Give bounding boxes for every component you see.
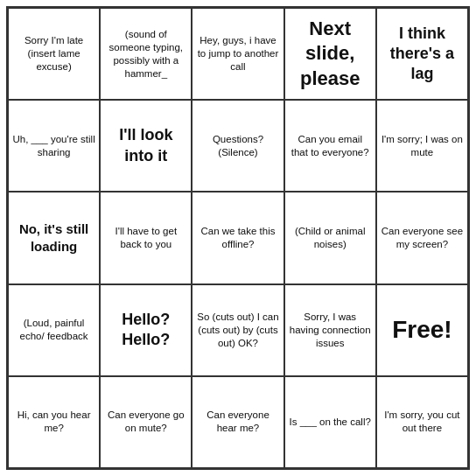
bingo-cell-13: (Child or animal noises) [284,192,376,284]
bingo-cell-17: So (cuts out) I can (cuts out) by (cuts … [192,284,284,376]
bingo-cell-6: I'll look into it [100,100,192,192]
bingo-cell-7: Questions? (Silence) [192,100,284,192]
bingo-cell-2: Hey, guys, i have to jump to another cal… [192,8,284,100]
bingo-cell-16: Hello? Hello? [100,284,192,376]
bingo-cell-8: Can you email that to everyone? [284,100,376,192]
bingo-cell-20: Hi, can you hear me? [8,376,100,468]
bingo-cell-0: Sorry I'm late (insert lame excuse) [8,8,100,100]
bingo-cell-21: Can everyone go on mute? [100,376,192,468]
bingo-cell-18: Sorry, I was having connection issues [284,284,376,376]
bingo-cell-1: (sound of someone typing, possibly with … [100,8,192,100]
bingo-cell-3: Next slide, please [284,8,376,100]
bingo-cell-22: Can everyone hear me? [192,376,284,468]
bingo-cell-12: Can we take this offline? [192,192,284,284]
bingo-cell-9: I'm sorry; I was on mute [376,100,468,192]
bingo-board: Sorry I'm late (insert lame excuse)(soun… [6,6,470,470]
bingo-cell-19: Free! [376,284,468,376]
bingo-cell-14: Can everyone see my screen? [376,192,468,284]
bingo-cell-23: Is ___ on the call? [284,376,376,468]
bingo-cell-24: I'm sorry, you cut out there [376,376,468,468]
bingo-cell-10: No, it's still loading [8,192,100,284]
bingo-cell-11: I'll have to get back to you [100,192,192,284]
bingo-cell-15: (Loud, painful echo/ feedback [8,284,100,376]
bingo-cell-4: I think there's a lag [376,8,468,100]
bingo-cell-5: Uh, ___ you're still sharing [8,100,100,192]
